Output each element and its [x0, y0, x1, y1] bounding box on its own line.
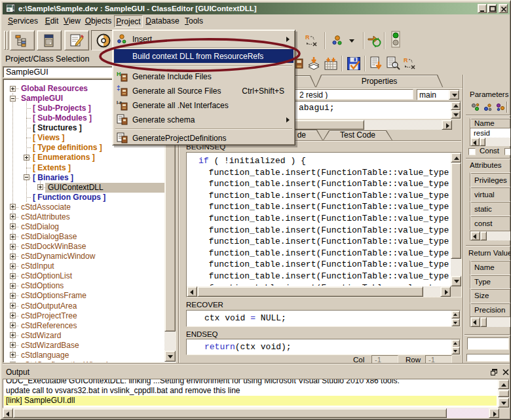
- return-row-type[interactable]: Type: [470, 275, 511, 289]
- tree-item-cstdprojecttree[interactable]: cStdProjectTree: [3, 311, 164, 321]
- rp-field-2[interactable]: [466, 354, 510, 362]
- recover-editor[interactable]: ctx void = NULL;: [186, 310, 461, 327]
- tree-expand-icon[interactable]: [10, 204, 16, 210]
- tree-expand-icon[interactable]: [10, 342, 16, 348]
- toolbar-dropdown-arrow-icon[interactable]: [348, 37, 356, 44]
- scope-combo[interactable]: main: [417, 89, 460, 100]
- code-editor[interactable]: if ( !initialized ) { function_table.ins…: [186, 152, 462, 297]
- tree-expand-icon[interactable]: [10, 254, 16, 259]
- maximize-button[interactable]: [487, 4, 497, 13]
- code-vscrollbar[interactable]: [451, 153, 461, 286]
- output-scroll-right-icon[interactable]: [489, 408, 499, 418]
- return-row-name[interactable]: Name: [470, 260, 511, 275]
- description-scroll-right-icon[interactable]: [442, 120, 452, 130]
- scope-combo-arrow-icon[interactable]: [449, 90, 459, 100]
- tree-item-cstdinput[interactable]: cStdInput: [3, 261, 164, 271]
- tree-item-cstddialogbase[interactable]: cStdDialogBase: [3, 232, 164, 242]
- toolbar-button-run-state[interactable]: [388, 31, 404, 47]
- tree-item-cstdreferences[interactable]: cStdReferences: [3, 321, 164, 331]
- toolbar-button-refresh-refs[interactable]: R: [402, 56, 417, 71]
- tree-expand-icon[interactable]: [10, 86, 16, 92]
- tree-collapse-icon[interactable]: [10, 96, 16, 102]
- output-line[interactable]: ODC_Executable GUIContextDLL: linking ..…: [4, 379, 497, 386]
- description-scroll-up-icon[interactable]: [451, 102, 461, 110]
- attributes-hscroll-thumb[interactable]: [480, 231, 487, 240]
- param-name-cell[interactable]: resid: [470, 128, 511, 138]
- output-hscroll-thumb[interactable]: [13, 408, 447, 418]
- tree-collapse-icon[interactable]: [24, 174, 29, 180]
- toolbar-button-insert-object[interactable]: [330, 33, 346, 48]
- menu-view[interactable]: View: [61, 15, 83, 28]
- output-vscroll-thumb[interactable]: [498, 390, 509, 397]
- output-scroll-down-icon[interactable]: [498, 398, 509, 408]
- output-line[interactable]: [link] SampleGUI.dll: [4, 396, 497, 406]
- menu-edit[interactable]: Edit: [42, 15, 62, 28]
- tab-properties[interactable]: Properties: [315, 75, 444, 88]
- output-float-icon[interactable]: [490, 368, 498, 376]
- menu-services[interactable]: Services: [7, 15, 39, 28]
- param-hscroll-thumb[interactable]: [480, 138, 485, 146]
- minimize-button[interactable]: [478, 4, 487, 13]
- tree-item-guicontextdll[interactable]: GUIContextDLL: [3, 183, 164, 193]
- param-hscrollbar[interactable]: [470, 138, 511, 146]
- toolbar-button-stack-down[interactable]: [306, 56, 322, 71]
- tree-expand-icon[interactable]: [10, 273, 16, 279]
- toolbar-button-project-tree[interactable]: [10, 30, 35, 50]
- param-const-checkbox-2[interactable]: [504, 148, 511, 155]
- toolbar-button-publish[interactable]: [367, 33, 383, 48]
- toolbar-button-grid-import[interactable]: [323, 56, 339, 71]
- return-row-precision[interactable]: Precision: [470, 303, 511, 317]
- endseq-spin-down-icon[interactable]: [451, 347, 460, 354]
- toolbar-button-doc-export[interactable]: [368, 56, 384, 71]
- attribute-row-static[interactable]: static: [470, 201, 511, 216]
- toolbar-gripper[interactable]: [4, 31, 9, 50]
- toolbar-button-save-check[interactable]: [346, 56, 362, 71]
- tree-expand-icon[interactable]: [10, 263, 16, 269]
- menu-item-insert[interactable]: Insert: [114, 32, 293, 46]
- param-const-checkbox[interactable]: [468, 148, 476, 155]
- output-list[interactable]: ODC_Executable GUIContextDLL: linking ..…: [3, 379, 510, 408]
- attribute-row-privileges[interactable]: Privileges: [470, 172, 511, 187]
- code-scroll-down-icon[interactable]: [451, 276, 461, 286]
- tree-expand-icon[interactable]: [10, 313, 16, 318]
- tree-item-extents[interactable]: [ Extents ]: [3, 163, 164, 173]
- menu-item-generate-schema[interactable]: Generate schema: [114, 113, 293, 127]
- recover-spin-down-icon[interactable]: [451, 318, 460, 326]
- tree-expand-icon[interactable]: [10, 362, 16, 362]
- attribute-row-const[interactable]: const: [470, 216, 511, 230]
- tree-expand-icon[interactable]: [10, 303, 16, 309]
- return-scroll-left-icon[interactable]: [470, 317, 480, 327]
- output-scroll-left-icon[interactable]: [3, 408, 13, 418]
- tree-expand-icon[interactable]: [24, 155, 29, 161]
- tab-test-code[interactable]: Test Code: [323, 130, 392, 140]
- tree-expand-icon[interactable]: [37, 184, 43, 190]
- code-hscrollbar[interactable]: [187, 286, 451, 297]
- tree-item-cstdoutputarea[interactable]: cStdOutputArea: [3, 301, 164, 311]
- return-row-size[interactable]: Size: [470, 288, 511, 303]
- menu-item-build-context-dll-from-resourcerefs[interactable]: Build context DLL from ResourceRefs: [114, 49, 293, 63]
- output-vscrollbar[interactable]: [498, 379, 509, 408]
- params-toolbar-dots-blue-icon[interactable]: [483, 102, 493, 113]
- code-scroll-right-icon[interactable]: [440, 286, 451, 297]
- tree-item-cstdconfigurationwizard[interactable]: cStdConfigurationWizard: [3, 360, 164, 362]
- code-hscroll-thumb[interactable]: [197, 286, 423, 297]
- rp-field-1[interactable]: [467, 337, 509, 350]
- panel-splitter-right[interactable]: [463, 75, 464, 363]
- tree-item-cstddynamicwindow[interactable]: cStdDynamicWindow: [3, 252, 164, 261]
- tree-scroll-down-icon[interactable]: [164, 351, 176, 362]
- code-scroll-left-icon[interactable]: [187, 286, 197, 297]
- menu-item-generate-all-source-files[interactable]: ‡Generate all Source FilesCtrl+Shift+S: [114, 84, 293, 98]
- toolbar-button-redo-references[interactable]: R: [303, 33, 319, 48]
- output-splitter[interactable]: [3, 363, 510, 364]
- return-hscrollbar[interactable]: [470, 316, 511, 327]
- tree-expand-icon[interactable]: [10, 283, 16, 289]
- attributes-hscrollbar[interactable]: [470, 231, 511, 240]
- output-close-icon[interactable]: [502, 368, 510, 376]
- close-button[interactable]: [499, 4, 508, 13]
- tree-item-cstdattributes[interactable]: cStdAttributes: [3, 212, 164, 222]
- tree-expand-icon[interactable]: [10, 244, 16, 250]
- output-line[interactable]: update call to vsvars32.bat in vslink_cp…: [4, 386, 497, 396]
- menu-project[interactable]: Project: [114, 15, 143, 28]
- tree-expand-icon[interactable]: [10, 214, 16, 220]
- params-toolbar-dots-orange-icon[interactable]: [495, 102, 506, 113]
